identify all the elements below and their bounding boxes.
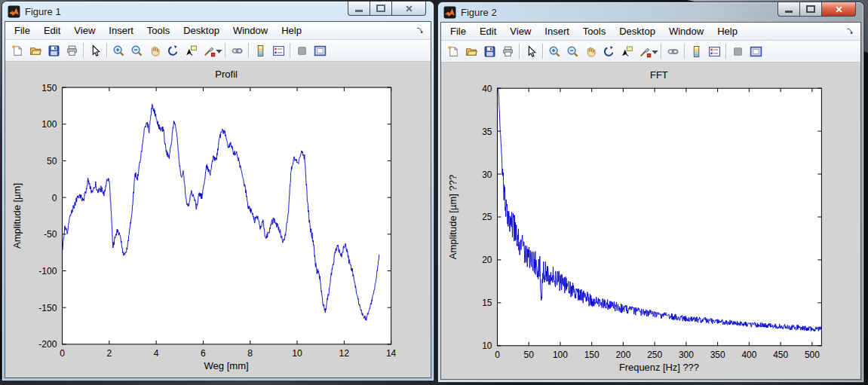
print-figure-button[interactable] (63, 41, 81, 60)
link-plot-button[interactable] (664, 42, 682, 60)
minimize-button[interactable] (348, 2, 370, 16)
show-plot-tools-button[interactable] (311, 41, 329, 60)
y-tick-label: -100 (38, 266, 57, 277)
toolbar-separator (83, 43, 84, 58)
rotate-icon (167, 44, 179, 57)
save-figure-button[interactable] (480, 42, 498, 60)
maximize-icon (376, 5, 385, 12)
x-tick-label: 300 (679, 350, 694, 360)
menu-item-file[interactable]: File (443, 23, 473, 39)
close-button[interactable] (391, 2, 426, 16)
save-icon (483, 45, 496, 58)
menu-item-window[interactable]: Window (226, 23, 275, 38)
edit-plot-button[interactable] (86, 41, 104, 60)
rotate-3d-button[interactable] (600, 42, 618, 60)
zoom-out-button[interactable] (127, 41, 146, 60)
menu-item-desktop[interactable]: Desktop (612, 23, 662, 39)
new-figure-button[interactable] (8, 41, 26, 60)
menu-item-window[interactable]: Window (662, 23, 710, 39)
y-tick-label: -150 (38, 303, 57, 313)
menu-item-view[interactable]: View (67, 23, 102, 38)
menu-item-edit[interactable]: Edit (473, 23, 503, 39)
close-button[interactable] (821, 2, 856, 17)
new-document-icon (447, 45, 460, 58)
plot-area[interactable]: FFT Frequenz [Hz] ??? Amplitude [µm] ???… (441, 63, 860, 379)
menu-item-help[interactable]: Help (275, 23, 308, 38)
toolbar-separator (661, 44, 661, 59)
menu-item-tools[interactable]: Tools (140, 23, 176, 38)
show-plot-tools-button[interactable] (747, 42, 765, 60)
insert-colorbar-button[interactable] (251, 41, 269, 60)
y-tick-label: 150 (41, 83, 57, 93)
data-cursor-icon (185, 44, 198, 57)
hide-plot-tools-button[interactable] (293, 41, 311, 60)
insert-colorbar-button[interactable] (687, 42, 705, 60)
plot-tools-icon (314, 44, 327, 57)
menu-item-file[interactable]: File (8, 23, 37, 38)
y-tick-label: 40 (482, 84, 492, 94)
x-tick-label: 4 (154, 348, 159, 359)
zoom-in-button[interactable] (545, 42, 563, 60)
y-tick-label: 25 (482, 212, 492, 222)
insert-legend-button[interactable] (705, 42, 723, 60)
hand-icon (584, 45, 597, 58)
x-tick-label: 200 (615, 350, 630, 360)
x-tick-label: 350 (710, 350, 725, 360)
maximize-button[interactable] (799, 2, 821, 17)
menu-item-desktop[interactable]: Desktop (176, 23, 226, 38)
maximize-button[interactable] (370, 2, 391, 16)
y-tick-label: 15 (482, 298, 492, 308)
open-file-button[interactable] (26, 41, 44, 60)
plot-area[interactable]: Profil Weg [mm] Amplitude [µm] 024681012… (5, 62, 431, 377)
y-tick-label: 30 (482, 169, 492, 179)
print-icon (66, 44, 78, 57)
menu-item-tools[interactable]: Tools (576, 23, 612, 39)
link-icon (667, 45, 679, 58)
save-figure-button[interactable] (44, 41, 63, 60)
print-figure-button[interactable] (498, 42, 517, 60)
zoom-out-button[interactable] (563, 42, 581, 60)
close-icon (836, 2, 842, 16)
data-cursor-button[interactable] (618, 42, 636, 60)
zoom-in-button[interactable] (109, 41, 127, 60)
brush-dropdown-button[interactable] (651, 42, 658, 60)
y-tick-label: 35 (482, 127, 492, 137)
y-tick-label: 10 (482, 341, 492, 351)
x-tick-label: 0 (495, 350, 500, 360)
figure1-window: Figure 1 FileEditViewInsertToolsDesktopW… (2, 2, 434, 380)
link-plot-button[interactable] (228, 41, 246, 60)
x-axis-label: Weg [mm] (204, 360, 248, 371)
hide-plot-tools-button[interactable] (728, 42, 747, 60)
insert-legend-button[interactable] (269, 41, 287, 60)
toolbar-separator (106, 43, 107, 58)
new-figure-button[interactable] (444, 42, 462, 60)
edit-plot-button[interactable] (522, 42, 540, 60)
menu-item-view[interactable]: View (503, 23, 538, 39)
data-cursor-button[interactable] (182, 41, 200, 60)
minimize-button[interactable] (778, 2, 799, 17)
toolbar-separator (248, 43, 249, 58)
x-tick-label: 6 (201, 348, 206, 359)
figure1-titlebar[interactable]: Figure 1 (5, 2, 431, 21)
menu-item-edit[interactable]: Edit (37, 23, 67, 38)
x-tick-label: 8 (247, 348, 253, 359)
toolbar (441, 41, 860, 63)
menu-item-help[interactable]: Help (710, 23, 744, 39)
open-file-button[interactable] (462, 42, 480, 60)
zoom-out-icon (130, 44, 143, 57)
toolbar-separator (519, 44, 520, 59)
data-cursor-icon (621, 45, 633, 58)
rotate-3d-button[interactable] (164, 41, 182, 60)
open-folder-icon (29, 44, 42, 57)
brush-dropdown-button[interactable] (215, 41, 222, 60)
dock-figure-icon[interactable] (416, 26, 425, 35)
figure2-titlebar[interactable]: Figure 2 (440, 2, 861, 22)
new-document-icon (11, 44, 24, 57)
pan-button[interactable] (146, 41, 164, 60)
menu-item-insert[interactable]: Insert (102, 23, 140, 38)
dock-figure-icon[interactable] (845, 27, 854, 36)
menu-item-insert[interactable]: Insert (538, 23, 576, 39)
pointer-arrow-icon (89, 44, 102, 57)
pan-button[interactable] (581, 42, 600, 60)
legend-icon (272, 44, 285, 57)
